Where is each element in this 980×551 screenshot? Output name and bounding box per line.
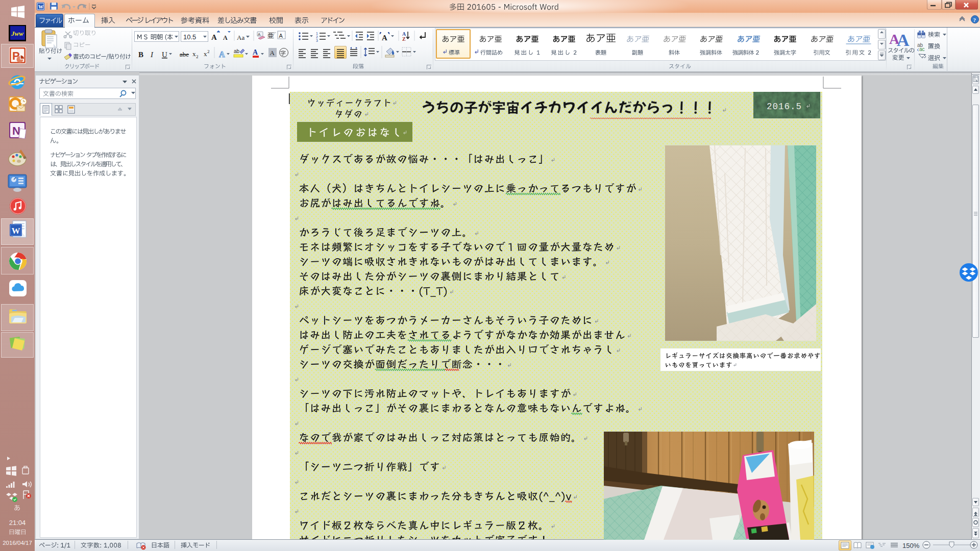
svg-text:W: W [12, 226, 20, 236]
svg-text:ac: ac [919, 46, 925, 52]
svg-text:2016/04/17: 2016/04/17 [3, 540, 32, 546]
svg-text:A: A [253, 48, 258, 56]
svg-text:1: 1 [316, 32, 318, 35]
svg-text:ab: ab [234, 48, 240, 54]
svg-text:21:04: 21:04 [9, 519, 26, 527]
svg-text:abe: abe [180, 51, 189, 58]
svg-text:Z: Z [402, 36, 406, 42]
svg-text:I: I [150, 51, 154, 59]
svg-text:?: ? [973, 17, 976, 23]
svg-text:2: 2 [196, 54, 199, 59]
svg-text:2: 2 [316, 35, 318, 39]
svg-text:W: W [38, 4, 43, 10]
svg-text:2: 2 [207, 49, 210, 54]
svg-text:B: B [138, 51, 143, 59]
svg-text:3: 3 [316, 39, 318, 42]
svg-text:2016.5: 2016.5 [767, 102, 802, 112]
svg-text:A: A [219, 50, 225, 59]
svg-text:x: x [204, 50, 207, 58]
svg-text:A: A [258, 32, 261, 37]
svg-text:U: U [162, 51, 167, 59]
svg-text:150%: 150% [902, 542, 920, 549]
svg-text:A: A [279, 33, 283, 39]
svg-text:Aa: Aa [237, 34, 244, 41]
svg-text:10.5: 10.5 [183, 33, 196, 41]
svg-text:A: A [223, 34, 228, 41]
svg-text:ア: ア [273, 32, 276, 35]
svg-text:x: x [192, 50, 196, 58]
svg-text:Jww: Jww [11, 30, 23, 37]
svg-text:A: A [897, 31, 910, 49]
svg-text:A: A [211, 33, 217, 41]
svg-text:A: A [270, 49, 275, 57]
svg-text:A: A [382, 34, 387, 42]
